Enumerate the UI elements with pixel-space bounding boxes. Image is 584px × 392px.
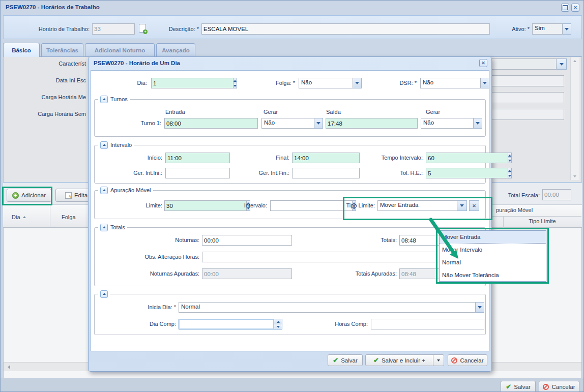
- chevron-down-icon[interactable]: [353, 78, 362, 88]
- turno-1-gerar-entrada-combo[interactable]: Não: [261, 118, 323, 129]
- tab-adicional-noturno[interactable]: Adicional Noturno: [85, 43, 155, 57]
- tempo-intervalo-field[interactable]: [426, 153, 508, 163]
- dia-field[interactable]: [151, 78, 233, 88]
- totais-apuradas-label: Totais Apuradas:: [348, 270, 397, 277]
- spinner-arrows-icon[interactable]: [508, 168, 512, 178]
- column-header-tipo-limite[interactable]: Tipo Limite: [503, 218, 581, 224]
- turno-1-saida-field[interactable]: [326, 118, 418, 129]
- ativo-label: Ativo: *: [499, 26, 530, 32]
- inicio-label: Início:: [116, 155, 162, 161]
- intervalo-apuracao-spinner[interactable]: [270, 200, 323, 211]
- inicia-dia-combo[interactable]: Normal: [179, 302, 484, 313]
- ativo-combo-value: Sim: [532, 23, 563, 35]
- tol-he-label: Tol. H.E.:: [377, 170, 423, 176]
- tempo-intervalo-spinner[interactable]: [426, 153, 487, 163]
- window-footer: [1, 378, 584, 392]
- save-and-add-menu-button[interactable]: [433, 354, 444, 366]
- dia-comp-spinner[interactable]: [179, 319, 282, 329]
- dialog-close-button[interactable]: ✕: [479, 59, 487, 67]
- noturnas-field[interactable]: [202, 235, 292, 246]
- obs-alteracao-horas-label: Obs. Alteração Horas:: [123, 254, 199, 260]
- ativo-combo[interactable]: Sim: [532, 23, 571, 35]
- intervalo-apuracao-label: Intervalo:: [226, 202, 267, 208]
- collapse-icon[interactable]: [100, 224, 108, 231]
- chevron-down-icon[interactable]: [563, 23, 571, 35]
- noturnas-apuradas-field[interactable]: [202, 268, 292, 279]
- ger-int-fin-field[interactable]: [292, 168, 360, 178]
- ger-int-ini-field[interactable]: [165, 168, 230, 178]
- carga-horaria-mensal-label: Carga Horária Me: [1, 94, 86, 100]
- group-header-apuracao-movel: puração Móvel: [496, 207, 533, 213]
- tol-he-field[interactable]: [426, 168, 508, 178]
- collapse-icon[interactable]: [100, 187, 108, 194]
- tab-basico[interactable]: Básico: [3, 43, 40, 57]
- scroll-left-icon[interactable]: [8, 365, 10, 369]
- horario-trabalho-field[interactable]: [92, 23, 135, 35]
- tab-avancado[interactable]: Avançado: [156, 43, 195, 57]
- descricao-label: Descrição: *: [153, 26, 199, 32]
- horario-trabalho-label: Horário de Trabalho:: [16, 26, 90, 32]
- dsr-combo[interactable]: Não: [420, 78, 489, 88]
- obs-alteracao-horas-field[interactable]: [202, 252, 466, 262]
- limite-label: Limite:: [122, 202, 162, 208]
- dialog-save-and-add-button[interactable]: ✔ Salvar e Incluir +: [365, 354, 433, 366]
- dialog-save-button[interactable]: ✔ Salvar: [328, 354, 363, 366]
- window-close-button[interactable]: ✕: [571, 4, 579, 12]
- inicio-field[interactable]: [165, 153, 230, 163]
- noturnas-apuradas-label: Noturnas Apuradas:: [141, 270, 199, 277]
- col-entrada: Entrada: [165, 109, 185, 115]
- turno-1-label: Turno 1:: [115, 120, 161, 126]
- totais-legend: Totais: [98, 223, 127, 231]
- dia-comp-label: Dia Comp:: [130, 321, 176, 327]
- turno-1-gerar-saida-combo[interactable]: Não: [421, 118, 482, 129]
- totais-label: Totais:: [359, 237, 397, 243]
- maximize-button[interactable]: [561, 4, 569, 12]
- total-escala-field[interactable]: [542, 189, 571, 200]
- form-vertical-scrollbar[interactable]: [570, 57, 579, 180]
- folga-combo[interactable]: Não: [299, 78, 362, 88]
- dialog-cancel-button[interactable]: Cancelar: [448, 354, 487, 366]
- final-field[interactable]: [292, 153, 360, 163]
- window-cancel-button[interactable]: Cancelar: [539, 381, 579, 392]
- spinner-arrows-icon[interactable]: [233, 78, 237, 88]
- dia-comp-field[interactable]: [179, 319, 274, 329]
- chevron-down-icon[interactable]: [481, 78, 489, 88]
- annotation-box-adicionar: [2, 187, 52, 205]
- close-icon: ✕: [573, 5, 577, 10]
- chevron-down-icon[interactable]: [557, 58, 567, 70]
- limite-spinner[interactable]: [164, 200, 222, 211]
- dsr-label: DSR: *: [378, 80, 417, 86]
- chevron-down-icon[interactable]: [474, 118, 482, 129]
- dia-label: Dia:: [102, 80, 147, 86]
- noturnas-label: Noturnas:: [149, 237, 199, 243]
- col-gerar-2: Gerar: [426, 109, 440, 115]
- column-header-folga[interactable]: Folga: [62, 214, 76, 220]
- chevron-down-icon[interactable]: [476, 302, 484, 313]
- spinner-arrows-icon[interactable]: [274, 319, 282, 329]
- column-header-dia[interactable]: Dia: [12, 214, 26, 220]
- dialog-title: PSEW0270 - Horário de Um Dia: [94, 60, 180, 66]
- turno-1-entrada-field[interactable]: [164, 118, 258, 129]
- descricao-field[interactable]: [201, 23, 490, 35]
- scroll-up-icon[interactable]: [573, 60, 576, 62]
- inicia-dia-legend: [98, 290, 110, 298]
- turnos-legend: Turnos: [98, 95, 130, 103]
- inicia-dia-combo-value: Normal: [179, 302, 476, 313]
- new-record-icon[interactable]: [139, 24, 146, 33]
- carga-horaria-semanal-label: Carga Horária Sem: [1, 111, 86, 117]
- horas-comp-field[interactable]: [371, 319, 484, 329]
- close-icon: ✕: [481, 61, 485, 66]
- check-icon: ✔: [373, 357, 379, 364]
- collapse-icon[interactable]: [100, 141, 108, 149]
- tab-tolerancias[interactable]: Tolerâncias: [41, 43, 83, 57]
- chevron-down-icon[interactable]: [314, 118, 323, 129]
- spinner-arrows-icon[interactable]: [508, 153, 512, 163]
- tol-he-spinner[interactable]: [426, 168, 487, 178]
- prohibition-icon: [543, 384, 549, 390]
- collapse-icon[interactable]: [100, 290, 108, 298]
- window-save-button[interactable]: ✔ Salvar: [501, 381, 536, 392]
- collapse-icon[interactable]: [100, 96, 108, 103]
- dia-spinner[interactable]: [151, 78, 230, 88]
- annotation-box-tipo-limite: [343, 197, 492, 220]
- scroll-down-icon[interactable]: [573, 175, 576, 177]
